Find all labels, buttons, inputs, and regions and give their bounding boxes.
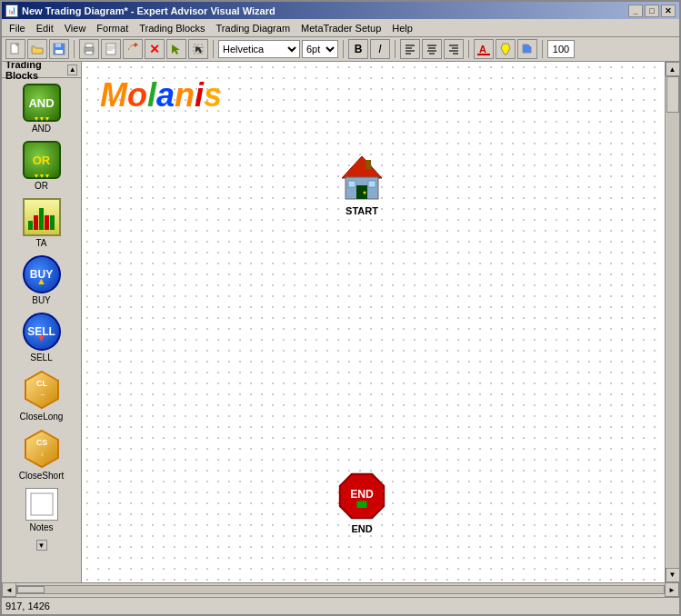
bold-button[interactable]: B (348, 39, 368, 59)
menu-trading-blocks[interactable]: Trading Blocks (134, 21, 210, 35)
block-item-or[interactable]: OR OR (21, 139, 63, 193)
sidebar-scroll-down[interactable]: ▼ (36, 540, 47, 551)
close-button[interactable]: ✕ (661, 5, 676, 17)
sidebar-items: AND AND OR OR (2, 78, 81, 538)
undo-button[interactable] (123, 39, 143, 59)
menu-metatrader[interactable]: MetaTrader Setup (295, 21, 386, 35)
block-item-closeshort[interactable]: CS ↓ CloseShort (17, 427, 65, 482)
svg-rect-35 (366, 160, 371, 169)
ta-block (23, 198, 61, 236)
or-label: OR (33, 154, 51, 167)
ta-bar-5 (50, 215, 55, 230)
maximize-button[interactable]: □ (645, 5, 659, 17)
ta-bar-3 (39, 208, 44, 230)
block-item-buy[interactable]: BUY ▲ BUY (21, 253, 63, 307)
sidebar: Trading Blocks ▲ AND AND OR OR (2, 62, 82, 581)
sidebar-scroll-down-container: ▼ (2, 538, 81, 552)
block-item-sell[interactable]: SELL ▼ SELL (21, 311, 63, 364)
ta-bar-1 (28, 221, 33, 230)
print-button[interactable] (79, 39, 99, 59)
scroll-left-arrow[interactable]: ◄ (2, 582, 16, 597)
ta-bar-4 (45, 215, 49, 230)
scroll-down-arrow[interactable]: ▼ (666, 568, 680, 582)
menu-format[interactable]: Format (91, 21, 134, 35)
separator-3 (343, 40, 344, 58)
menu-help[interactable]: Help (386, 21, 418, 35)
end-node[interactable]: END END (336, 471, 387, 534)
logo-n: n (175, 76, 195, 114)
svg-text:CS: CS (35, 438, 47, 447)
h-scroll-thumb[interactable] (17, 586, 45, 593)
canvas-wrapper: Molanis (82, 62, 679, 581)
h-scroll-track[interactable] (16, 585, 665, 594)
ta-bars (26, 204, 56, 230)
svg-marker-30 (25, 431, 58, 467)
menu-edit[interactable]: Edit (31, 21, 59, 35)
start-node[interactable]: START (336, 153, 387, 216)
separator-1 (74, 40, 75, 58)
status-coords: 917, 1426 (5, 601, 50, 611)
block-item-closelong[interactable]: CL → CloseLong (18, 368, 65, 423)
delete-button[interactable]: ✕ (145, 39, 165, 59)
size-selector[interactable]: 6pt 8pt 10pt 12pt (302, 40, 338, 58)
fill-button[interactable] (517, 39, 537, 59)
logo-i: i (195, 76, 204, 114)
svg-text:CL: CL (36, 379, 47, 388)
open-button[interactable] (27, 39, 47, 59)
minimize-button[interactable]: _ (628, 5, 643, 17)
closeshort-hex-svg: CS ↓ (22, 429, 62, 469)
closelong-block-label: CloseLong (20, 412, 64, 422)
zoom-input[interactable] (547, 40, 575, 58)
pointer-button[interactable] (166, 39, 186, 59)
scroll-up-arrow[interactable]: ▲ (666, 62, 680, 76)
svg-rect-7 (85, 51, 93, 55)
ta-block-label: TA (35, 238, 46, 248)
separator-6 (542, 40, 543, 58)
svg-rect-26 (477, 54, 490, 55)
scroll-thumb-v[interactable] (666, 76, 679, 113)
font-selector[interactable]: Helvetica Arial Times New Roman (218, 40, 300, 58)
closeshort-block: CS ↓ (22, 429, 62, 469)
buy-arrow: ▲ (36, 275, 46, 286)
and-block: AND (23, 84, 61, 122)
closeshort-block-label: CloseShort (19, 471, 64, 481)
block-item-and[interactable]: AND AND (21, 82, 63, 135)
canvas-container[interactable]: Molanis (82, 62, 665, 581)
sell-arrow: ▼ (36, 333, 46, 343)
svg-text:A: A (479, 44, 486, 55)
svg-rect-33 (31, 493, 53, 515)
align-left-button[interactable] (400, 39, 420, 59)
title-bar-left: 📊 New Trading Diagram* - Expert Advisor … (5, 5, 275, 17)
sidebar-scroll-up[interactable]: ▲ (67, 65, 77, 75)
svg-marker-34 (342, 156, 382, 178)
buy-block: BUY ▲ (23, 255, 61, 293)
select-button[interactable] (188, 39, 208, 59)
svg-text:↓: ↓ (40, 450, 44, 458)
italic-button[interactable]: I (370, 39, 390, 59)
scroll-right-arrow[interactable]: ► (665, 582, 679, 597)
align-right-button[interactable] (444, 39, 464, 59)
main-area: Trading Blocks ▲ AND AND OR OR (2, 62, 679, 581)
scroll-track-v[interactable] (666, 76, 679, 567)
menu-file[interactable]: File (4, 21, 31, 35)
buy-block-label: BUY (32, 295, 51, 305)
start-label: START (346, 205, 378, 216)
status-bar: 917, 1426 (2, 597, 679, 614)
sell-block-label: SELL (30, 353, 52, 363)
svg-text:→: → (38, 391, 45, 399)
block-item-ta[interactable]: TA (21, 196, 63, 250)
block-item-notes[interactable]: Notes (24, 486, 60, 534)
menu-view[interactable]: View (59, 21, 92, 35)
menu-trading-diagram[interactable]: Trading Diagram (211, 21, 296, 35)
logo-a: a (156, 76, 175, 114)
svg-text:END: END (350, 488, 374, 501)
logo-s: s (204, 76, 222, 114)
save-button[interactable] (49, 39, 69, 59)
highlight-button[interactable] (496, 39, 516, 59)
new-button[interactable] (5, 39, 25, 59)
align-center-button[interactable] (422, 39, 442, 59)
svg-rect-1 (16, 44, 18, 45)
preview-button[interactable] (101, 39, 121, 59)
bottom-bar: ◄ ► (2, 582, 679, 597)
font-color-button[interactable]: A (474, 39, 494, 59)
